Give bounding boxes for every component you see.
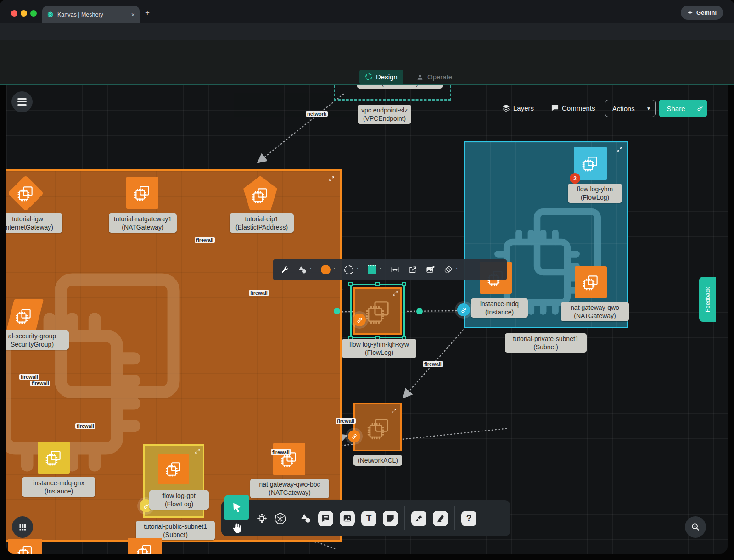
minimize-window-button[interactable] <box>21 10 27 17</box>
kubernetes-icon[interactable] <box>274 512 286 525</box>
comment-tool-icon[interactable] <box>318 511 333 526</box>
feedback-tab[interactable]: Feedback <box>699 277 716 322</box>
new-tab-button[interactable]: + <box>145 8 150 17</box>
notification-badge: 2 <box>570 173 580 184</box>
border-style-swatch <box>344 265 353 274</box>
external-link-icon[interactable] <box>408 265 417 274</box>
selection-frame[interactable] <box>350 284 405 338</box>
node-network-acl[interactable] <box>353 403 402 451</box>
link-icon <box>351 433 358 440</box>
tab-close-icon[interactable]: × <box>131 11 135 18</box>
canvas-color-swatch <box>368 265 376 274</box>
collapse-icon[interactable] <box>195 448 200 454</box>
link-handle-icon[interactable] <box>348 430 360 442</box>
canvas-color-button[interactable]: ⌃ <box>368 265 382 274</box>
resize-handle[interactable] <box>402 282 406 286</box>
hand-tool-button[interactable] <box>228 520 245 536</box>
image-tool-icon[interactable] <box>340 511 355 526</box>
node-label-nat-gateway-qwo[interactable]: nat gateway-qwo(NATGateway) <box>561 302 629 321</box>
node-label-instance-gnx[interactable]: instance-mdq-gnx(Instance) <box>22 477 95 497</box>
tool-dock: T ? <box>221 500 510 536</box>
node-label-security-group[interactable]: al-security-groupSecurityGroup) <box>6 330 69 350</box>
context-toolbar: ⌃ ⌃ ⌃ ⌃ ⌃ <box>273 259 507 280</box>
image-add-icon[interactable] <box>426 265 435 274</box>
zoom-button[interactable] <box>685 516 706 538</box>
divider <box>454 506 455 530</box>
border-style-button[interactable]: ⌃ <box>344 265 359 274</box>
browser-tab-strip: Kanvas | Meshery × + Gemini <box>0 0 734 23</box>
chip-icon <box>251 186 269 204</box>
node-label-flow-log-selected[interactable]: flow log-yhm-kjh-xyw(FlowLog) <box>342 339 416 358</box>
maximize-window-button[interactable] <box>30 10 37 17</box>
design-spinner-icon <box>365 73 372 80</box>
edge-label-firewall: firewall <box>271 449 291 455</box>
cursor-icon <box>230 501 243 514</box>
shape-style-button[interactable]: ⌃ <box>297 265 313 274</box>
node-label-flow-log-gpt[interactable]: flow log-gpt(FlowLog) <box>149 490 209 510</box>
share-button[interactable]: Share <box>659 100 707 117</box>
chip-icon <box>17 544 34 554</box>
pencil-tool-icon[interactable] <box>433 511 448 526</box>
collapse-icon[interactable] <box>329 176 335 182</box>
wrench-icon[interactable] <box>280 265 289 274</box>
link-handle-icon[interactable] <box>353 314 366 326</box>
node-label-nat-gateway-bbc[interactable]: nat gateway-qwo-bbc(NATGateway) <box>250 479 329 498</box>
sticky-note-tool-icon[interactable] <box>383 511 398 526</box>
guide-dot <box>334 308 340 314</box>
actions-split-button[interactable]: Actions ▼ <box>605 100 656 117</box>
tab-design[interactable]: Design <box>359 70 403 84</box>
collapse-icon[interactable] <box>392 291 398 296</box>
chip-icon <box>45 448 63 467</box>
node-label-private-subnet[interactable]: tutorial-private-subnet1(Subnet) <box>505 333 587 353</box>
resize-handle[interactable] <box>375 282 380 286</box>
edge-label-firewall: firewall <box>249 290 269 296</box>
tab-operate[interactable]: Operate <box>410 70 458 84</box>
node-label-eip1[interactable]: tutorial-eip1(ElasticIPAddress) <box>230 213 294 233</box>
collapse-icon[interactable] <box>391 408 397 414</box>
fill-color-button[interactable]: ⌃ <box>321 265 336 274</box>
label-width-icon[interactable] <box>390 265 400 274</box>
node-label-vpc-endpoint[interactable]: vpc endpoint-slz(VPCEndpoint) <box>358 105 411 124</box>
actions-dropdown-arrow[interactable]: ▼ <box>642 106 655 111</box>
gemini-button[interactable]: Gemini <box>681 6 723 20</box>
actions-button[interactable]: Actions <box>605 105 642 112</box>
widgets-grid-button[interactable] <box>12 516 33 538</box>
node-label-igw[interactable]: tutorial-igw(InternetGateway) <box>6 213 62 233</box>
design-canvas[interactable]: (RouteTable) vpc endpoint-slz(VPCEndpoin… <box>6 85 728 554</box>
help-tool-icon[interactable]: ? <box>461 511 476 526</box>
opacity-button[interactable]: ⌃ <box>443 265 459 274</box>
fill-color-swatch <box>321 265 331 274</box>
shapes-tool-icon[interactable] <box>300 512 312 524</box>
close-window-button[interactable] <box>11 10 17 17</box>
chip-icon <box>581 154 600 173</box>
meshmap-component-icon[interactable] <box>256 513 268 524</box>
pen-tool-icon[interactable] <box>411 511 426 526</box>
hand-icon <box>230 522 243 534</box>
collapse-icon[interactable] <box>616 146 622 152</box>
browser-tab[interactable]: Kanvas | Meshery × <box>42 6 140 23</box>
node-label-network-acl[interactable]: (NetworkACL) <box>353 455 402 466</box>
chip-icon <box>165 460 183 478</box>
share-link-icon[interactable] <box>696 105 704 112</box>
chip-icon <box>133 184 151 202</box>
resize-handle[interactable] <box>348 282 353 286</box>
link-handle-icon[interactable] <box>457 303 470 316</box>
text-tool-icon[interactable]: T <box>361 511 376 526</box>
canvas-menu-button[interactable] <box>11 91 33 112</box>
grid-icon <box>18 522 28 532</box>
chip-icon <box>17 184 35 202</box>
node-label-natgateway1[interactable]: tutorial-natgateway1(NATGateway) <box>109 213 177 233</box>
edge-label-firewall: firewall <box>423 361 443 367</box>
layers-button[interactable]: Layers <box>501 103 534 113</box>
browser-url-row: ← → kanvas.new/extension/meshmap?mode=de… <box>0 23 734 40</box>
node-label-route-table[interactable]: (RouteTable) <box>357 85 443 89</box>
divider <box>404 506 405 530</box>
opacity-circles-icon <box>443 265 453 274</box>
node-label-flow-log-yhm[interactable]: flow log-yhm(FlowLog) <box>568 184 622 203</box>
comments-button[interactable]: Comments <box>550 103 595 112</box>
cursor-tool-button[interactable] <box>224 495 249 520</box>
link-icon <box>143 503 150 510</box>
node-label-public-subnet[interactable]: tutorial-public-subnet1(Subnet) <box>136 521 215 540</box>
node-label-instance-mdq[interactable]: instance-mdq(Instance) <box>471 298 528 318</box>
screen: Kanvas | Meshery × + Gemini ← → kanvas.n… <box>0 0 734 560</box>
